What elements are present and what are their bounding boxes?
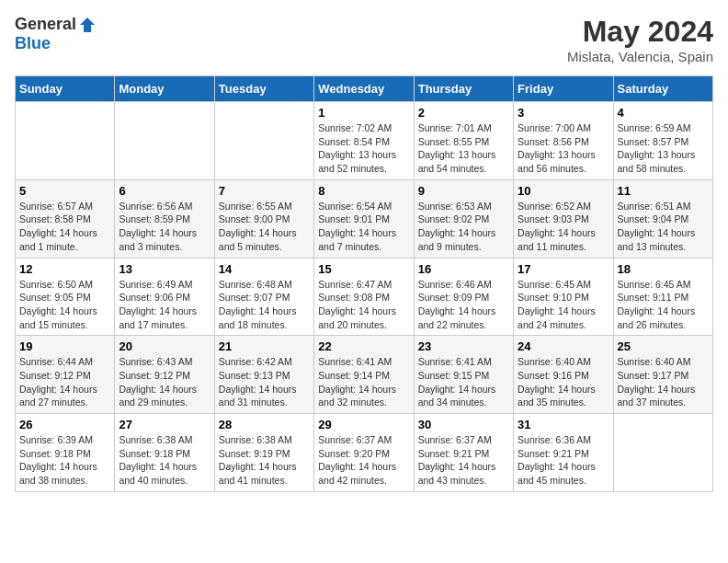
day-number: 24 bbox=[518, 339, 609, 353]
day-number: 23 bbox=[418, 339, 509, 353]
title-block: May 2024 Mislata, Valencia, Spain bbox=[567, 15, 713, 64]
day-number: 5 bbox=[19, 184, 110, 198]
day-info: Sunrise: 6:38 AM Sunset: 9:19 PM Dayligh… bbox=[219, 433, 310, 488]
day-info: Sunrise: 6:59 AM Sunset: 8:57 PM Dayligh… bbox=[618, 121, 709, 176]
week-row-5: 26Sunrise: 6:39 AM Sunset: 9:18 PM Dayli… bbox=[16, 414, 713, 492]
day-cell: 7Sunrise: 6:55 AM Sunset: 9:00 PM Daylig… bbox=[214, 179, 313, 258]
day-info: Sunrise: 6:42 AM Sunset: 9:13 PM Dayligh… bbox=[219, 355, 310, 409]
day-number: 1 bbox=[318, 106, 409, 120]
day-cell: 11Sunrise: 6:51 AM Sunset: 9:04 PM Dayli… bbox=[613, 179, 712, 258]
day-cell bbox=[613, 414, 712, 492]
day-number: 29 bbox=[318, 418, 409, 431]
day-cell: 23Sunrise: 6:41 AM Sunset: 9:15 PM Dayli… bbox=[414, 336, 513, 414]
day-number: 27 bbox=[119, 418, 210, 431]
day-cell bbox=[16, 102, 115, 180]
column-header-monday: Monday bbox=[115, 76, 214, 102]
day-info: Sunrise: 6:45 AM Sunset: 9:11 PM Dayligh… bbox=[618, 278, 709, 332]
day-number: 19 bbox=[19, 339, 110, 353]
day-info: Sunrise: 6:45 AM Sunset: 9:10 PM Dayligh… bbox=[518, 278, 609, 332]
day-info: Sunrise: 6:51 AM Sunset: 9:04 PM Dayligh… bbox=[618, 200, 709, 254]
column-header-sunday: Sunday bbox=[16, 76, 115, 102]
day-number: 3 bbox=[518, 106, 609, 120]
day-info: Sunrise: 6:55 AM Sunset: 9:00 PM Dayligh… bbox=[219, 200, 310, 254]
day-cell: 2Sunrise: 7:01 AM Sunset: 8:55 PM Daylig… bbox=[414, 102, 513, 180]
day-cell: 13Sunrise: 6:49 AM Sunset: 9:06 PM Dayli… bbox=[115, 258, 214, 336]
day-cell: 4Sunrise: 6:59 AM Sunset: 8:57 PM Daylig… bbox=[613, 102, 712, 180]
week-row-2: 5Sunrise: 6:57 AM Sunset: 8:58 PM Daylig… bbox=[16, 179, 713, 258]
day-number: 30 bbox=[418, 418, 509, 431]
week-row-4: 19Sunrise: 6:44 AM Sunset: 9:12 PM Dayli… bbox=[16, 336, 713, 414]
day-number: 21 bbox=[219, 339, 310, 353]
day-cell: 29Sunrise: 6:37 AM Sunset: 9:20 PM Dayli… bbox=[314, 414, 414, 492]
column-header-wednesday: Wednesday bbox=[314, 76, 414, 102]
day-cell: 25Sunrise: 6:40 AM Sunset: 9:17 PM Dayli… bbox=[613, 336, 712, 414]
day-number: 14 bbox=[219, 262, 310, 276]
day-cell: 12Sunrise: 6:50 AM Sunset: 9:05 PM Dayli… bbox=[16, 258, 115, 336]
day-number: 26 bbox=[19, 418, 110, 431]
day-info: Sunrise: 6:40 AM Sunset: 9:17 PM Dayligh… bbox=[618, 355, 709, 409]
day-cell: 14Sunrise: 6:48 AM Sunset: 9:07 PM Dayli… bbox=[214, 258, 313, 336]
day-number: 10 bbox=[518, 184, 609, 198]
day-number: 20 bbox=[119, 339, 210, 353]
day-info: Sunrise: 6:47 AM Sunset: 9:08 PM Dayligh… bbox=[318, 278, 409, 332]
day-info: Sunrise: 7:01 AM Sunset: 8:55 PM Dayligh… bbox=[418, 121, 509, 176]
day-number: 31 bbox=[518, 418, 609, 431]
subtitle: Mislata, Valencia, Spain bbox=[567, 49, 713, 64]
day-info: Sunrise: 6:44 AM Sunset: 9:12 PM Dayligh… bbox=[19, 355, 110, 409]
day-cell bbox=[115, 102, 214, 180]
day-number: 22 bbox=[318, 339, 409, 353]
day-info: Sunrise: 6:48 AM Sunset: 9:07 PM Dayligh… bbox=[219, 278, 310, 332]
day-number: 13 bbox=[119, 262, 210, 276]
day-cell: 15Sunrise: 6:47 AM Sunset: 9:08 PM Dayli… bbox=[314, 258, 414, 336]
day-number: 8 bbox=[318, 184, 409, 198]
day-info: Sunrise: 7:00 AM Sunset: 8:56 PM Dayligh… bbox=[518, 121, 609, 176]
day-info: Sunrise: 6:36 AM Sunset: 9:21 PM Dayligh… bbox=[518, 433, 609, 488]
day-cell: 22Sunrise: 6:41 AM Sunset: 9:14 PM Dayli… bbox=[314, 336, 414, 414]
calendar-table: SundayMondayTuesdayWednesdayThursdayFrid… bbox=[15, 75, 713, 492]
column-header-friday: Friday bbox=[514, 76, 613, 102]
day-info: Sunrise: 6:43 AM Sunset: 9:12 PM Dayligh… bbox=[119, 355, 210, 409]
day-cell: 30Sunrise: 6:37 AM Sunset: 9:21 PM Dayli… bbox=[414, 414, 513, 492]
day-number: 18 bbox=[618, 262, 709, 276]
logo-icon bbox=[78, 16, 97, 34]
day-number: 4 bbox=[618, 106, 709, 120]
week-row-3: 12Sunrise: 6:50 AM Sunset: 9:05 PM Dayli… bbox=[16, 258, 713, 336]
day-cell: 24Sunrise: 6:40 AM Sunset: 9:16 PM Dayli… bbox=[514, 336, 613, 414]
day-info: Sunrise: 6:40 AM Sunset: 9:16 PM Dayligh… bbox=[518, 355, 609, 409]
day-number: 11 bbox=[618, 184, 709, 198]
column-header-tuesday: Tuesday bbox=[214, 76, 313, 102]
day-cell: 5Sunrise: 6:57 AM Sunset: 8:58 PM Daylig… bbox=[16, 179, 115, 258]
day-cell: 28Sunrise: 6:38 AM Sunset: 9:19 PM Dayli… bbox=[214, 414, 313, 492]
day-number: 17 bbox=[518, 262, 609, 276]
day-number: 6 bbox=[119, 184, 210, 198]
day-number: 2 bbox=[418, 106, 509, 120]
day-info: Sunrise: 6:37 AM Sunset: 9:21 PM Dayligh… bbox=[418, 433, 509, 488]
day-info: Sunrise: 7:02 AM Sunset: 8:54 PM Dayligh… bbox=[318, 121, 409, 176]
day-info: Sunrise: 6:54 AM Sunset: 9:01 PM Dayligh… bbox=[318, 200, 409, 254]
day-number: 9 bbox=[418, 184, 509, 198]
day-info: Sunrise: 6:50 AM Sunset: 9:05 PM Dayligh… bbox=[19, 278, 110, 332]
column-header-thursday: Thursday bbox=[414, 76, 513, 102]
day-info: Sunrise: 6:41 AM Sunset: 9:15 PM Dayligh… bbox=[418, 355, 509, 409]
day-cell: 20Sunrise: 6:43 AM Sunset: 9:12 PM Dayli… bbox=[115, 336, 214, 414]
day-cell: 10Sunrise: 6:52 AM Sunset: 9:03 PM Dayli… bbox=[514, 179, 613, 258]
day-cell: 3Sunrise: 7:00 AM Sunset: 8:56 PM Daylig… bbox=[514, 102, 613, 180]
day-info: Sunrise: 6:46 AM Sunset: 9:09 PM Dayligh… bbox=[418, 278, 509, 332]
week-row-1: 1Sunrise: 7:02 AM Sunset: 8:54 PM Daylig… bbox=[16, 102, 713, 180]
svg-marker-0 bbox=[80, 17, 95, 32]
day-info: Sunrise: 6:56 AM Sunset: 8:59 PM Dayligh… bbox=[119, 200, 210, 254]
day-number: 16 bbox=[418, 262, 509, 276]
day-info: Sunrise: 6:49 AM Sunset: 9:06 PM Dayligh… bbox=[119, 278, 210, 332]
day-cell: 21Sunrise: 6:42 AM Sunset: 9:13 PM Dayli… bbox=[214, 336, 313, 414]
page-header: General Blue May 2024 Mislata, Valencia,… bbox=[15, 15, 713, 64]
logo-blue: Blue bbox=[15, 34, 51, 53]
day-cell: 19Sunrise: 6:44 AM Sunset: 9:12 PM Dayli… bbox=[16, 336, 115, 414]
day-info: Sunrise: 6:41 AM Sunset: 9:14 PM Dayligh… bbox=[318, 355, 409, 409]
day-info: Sunrise: 6:52 AM Sunset: 9:03 PM Dayligh… bbox=[518, 200, 609, 254]
day-cell: 27Sunrise: 6:38 AM Sunset: 9:18 PM Dayli… bbox=[115, 414, 214, 492]
day-info: Sunrise: 6:38 AM Sunset: 9:18 PM Dayligh… bbox=[119, 433, 210, 488]
day-info: Sunrise: 6:39 AM Sunset: 9:18 PM Dayligh… bbox=[19, 433, 110, 488]
day-cell: 18Sunrise: 6:45 AM Sunset: 9:11 PM Dayli… bbox=[613, 258, 712, 336]
day-cell: 8Sunrise: 6:54 AM Sunset: 9:01 PM Daylig… bbox=[314, 179, 414, 258]
day-cell: 16Sunrise: 6:46 AM Sunset: 9:09 PM Dayli… bbox=[414, 258, 513, 336]
